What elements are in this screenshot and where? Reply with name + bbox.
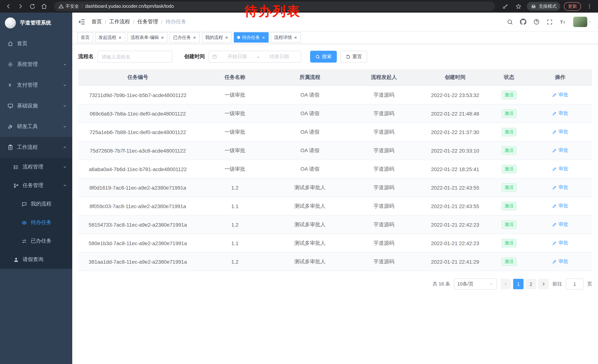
tab[interactable]: 发起流程 × [95,32,125,43]
page-size-select[interactable]: 10条/页 [454,278,497,290]
warning-icon [58,4,64,9]
svg-text:T: T [563,21,565,24]
cell-action: 审批 [528,141,592,160]
cell-action: 审批 [528,252,592,271]
url-text: dashboard.yudao.iocoder.cn/bpm/task/todo [85,4,174,9]
goto-prefix: 前往 [552,281,562,287]
next-page-button[interactable] [538,279,549,289]
approve-link[interactable]: 审批 [552,221,568,228]
approve-link[interactable]: 审批 [552,203,568,209]
approve-link[interactable]: 审批 [552,110,568,117]
font-size-icon[interactable]: TT [559,19,566,25]
breadcrumb-task-management[interactable]: 任务管理 [137,18,158,25]
sidebar-item-workflow[interactable]: 工作流程 [0,137,72,158]
sidebar-item-my-process[interactable]: 我的流程 [0,195,72,213]
avatar[interactable] [573,17,592,27]
edit-icon [552,185,557,190]
col-actions: 操作 [528,69,592,86]
cell-status: 激活 [490,252,528,271]
cell-task-id: 725a1eb6-7b88-11ec-8ef0-acde48001122 [78,123,198,141]
sidebar-item-done-tasks[interactable]: 已办任务 [0,232,72,250]
github-icon[interactable] [520,18,526,25]
tab[interactable]: 流程表单-编辑 × [127,32,167,43]
logo[interactable]: 芋道管理系统 [0,13,72,33]
tab-close-icon[interactable]: × [193,35,196,40]
process-name-input[interactable] [98,51,172,63]
sidebar-item-home[interactable]: 首页 [0,33,72,54]
approve-link[interactable]: 审批 [552,184,568,191]
status-badge: 激活 [502,146,516,155]
sidebar-item-leave-query[interactable]: 请假查询 [0,250,72,269]
approve-link[interactable]: 审批 [552,258,568,265]
cell-task-name: 一级审批 [198,104,273,123]
breadcrumb-home[interactable]: 首页 [91,18,102,25]
approve-link[interactable]: 审批 [552,92,568,98]
tab-close-icon[interactable]: × [294,35,297,40]
page-number-button[interactable]: 2 [526,279,536,289]
cell-initiator: 芋道源码 [348,178,421,197]
approve-link[interactable]: 审批 [552,129,568,135]
cell-action: 审批 [528,123,592,141]
breadcrumb-workflow[interactable]: 工作流程 [109,18,130,25]
chevron-down-icon [63,83,67,87]
svg-text:¥: ¥ [8,83,11,88]
cell-task-id: a6aba0a4-7b6d-11ec-b781-acde48001122 [78,160,198,178]
tab-close-icon[interactable]: × [262,35,265,40]
tab[interactable]: 流程详情 × [271,32,301,43]
sidebar-item-system[interactable]: 系统管理 [0,54,72,75]
browser-menu-icon[interactable] [585,1,594,11]
sidebar-toggle[interactable] [78,18,86,25]
edit-icon [552,241,557,245]
tab-close-icon[interactable]: × [225,35,228,40]
page-number-button[interactable]: 1 [513,279,523,289]
sidebar-item-payment[interactable]: ¥ 支付管理 [0,75,72,96]
tab[interactable]: 我的流程 × [202,32,232,43]
approve-link[interactable]: 审批 [552,240,568,246]
update-button[interactable]: 更新 [564,2,581,11]
fullscreen-icon[interactable] [547,19,553,25]
calendar-icon [212,54,217,59]
reset-button[interactable]: 重置 [341,51,367,63]
back-button[interactable] [4,1,13,11]
cell-task-id: 580e1b3d-7ac8-11ec-a9e2-a2380e71991a [78,234,198,252]
hamburger-icon [78,18,86,25]
password-key-icon[interactable] [500,1,510,11]
cell-status: 激活 [490,197,528,215]
status-badge: 激活 [502,220,516,229]
sidebar-item-process-management[interactable]: 流程管理 [0,158,72,176]
cell-task-name: 1.2 [198,178,273,197]
bookmark-star-icon[interactable] [514,1,523,11]
search-button[interactable]: 搜索 [310,51,337,63]
tab-close-icon[interactable]: × [161,35,164,40]
approve-link[interactable]: 审批 [552,166,568,172]
home-button[interactable] [39,1,49,11]
edit-icon [552,148,557,153]
approve-link[interactable]: 审批 [552,147,568,154]
help-icon[interactable] [533,18,540,25]
goto-suffix: 页 [587,281,592,287]
tab-close-icon[interactable]: × [118,35,122,40]
incognito-icon [531,3,537,9]
date-range-picker[interactable]: 开始日期 - 结束日期 [208,51,301,63]
cell-process: 测试多审批人 [273,215,348,234]
goto-page-input[interactable] [566,278,583,290]
security-indicator[interactable]: 不安全 [58,3,79,9]
chevron-down-icon [63,165,67,169]
header-search-icon[interactable] [507,19,513,25]
tab[interactable]: 待办任务 × [234,32,269,43]
reload-button[interactable] [27,1,37,11]
sidebar-item-todo-tasks[interactable]: 待办任务 [0,213,72,232]
tab[interactable]: 已办任务 × [170,32,199,43]
cell-status: 激活 [490,141,528,160]
forward-button[interactable] [16,1,25,11]
prev-page-button[interactable] [500,279,511,289]
sidebar-item-task-management[interactable]: 任务管理 [0,176,72,195]
chevron-up-icon [63,183,67,188]
col-initiator: 流程发起人 [348,69,421,86]
table-header-row: 任务编号 任务名称 所属流程 流程发起人 创建时间 状态 操作 [78,69,592,86]
edit-icon [552,259,557,264]
cell-status: 激活 [490,86,528,104]
sidebar-item-dev-tools[interactable]: 研发工具 [0,116,72,137]
tab[interactable]: 首页 [77,32,93,43]
sidebar-item-infrastructure[interactable]: 基础设施 [0,96,72,116]
